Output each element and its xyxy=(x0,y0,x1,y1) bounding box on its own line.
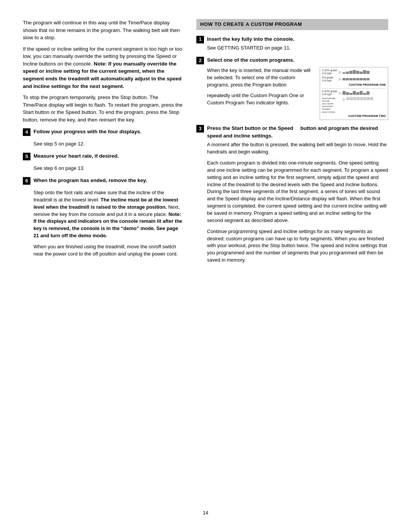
step1-sub: See GETTING STARTED on page 11. xyxy=(207,45,388,52)
diagram-title1: CUSTOM PROGRAM ONE xyxy=(322,83,386,87)
step1-content: Insert the key fully into the console. S… xyxy=(207,35,388,52)
diagram-label3: 0-10% grade2-8 mph xyxy=(322,90,338,96)
bar xyxy=(349,78,352,80)
diagram-bars3 xyxy=(342,91,370,95)
left-para-final: When you are finished using the treadmil… xyxy=(33,243,183,258)
bar xyxy=(342,78,346,80)
step6-title: When the program has ended, remove the k… xyxy=(33,177,147,183)
right-column: HOW TO CREATE A CUSTOM PROGRAM 1 Insert … xyxy=(196,19,388,509)
diagram-title2: CUSTOM PROGRAM TWO xyxy=(322,114,386,118)
step5: 5 Measure your heart rate, if desired. xyxy=(23,152,183,160)
bar xyxy=(350,97,353,100)
step5-sub: See step 6 on page 13. xyxy=(33,165,183,172)
bar xyxy=(366,78,370,80)
bar xyxy=(346,92,349,95)
bar xyxy=(346,97,349,100)
bar xyxy=(356,71,359,74)
step3: 3 Press the Start button or the Speed bu… xyxy=(196,125,388,268)
bar xyxy=(360,91,363,95)
step3-title: Press the Start button or the Speed butt… xyxy=(207,125,378,139)
bar xyxy=(363,93,366,95)
step3-content: Press the Start button or the Speed butt… xyxy=(207,125,388,268)
step6-body: Step onto the foot rails and make sure t… xyxy=(33,189,183,240)
bar xyxy=(349,71,352,74)
diagram-label4: Automaticallyrecordsyour speedand inclin… xyxy=(322,97,342,113)
step1: 1 Insert the key fully into the console.… xyxy=(196,35,388,52)
diagram-bars1 xyxy=(342,70,370,74)
arrow1: ▷ xyxy=(339,70,341,74)
step6: 6 When the program has ended, remove the… xyxy=(23,177,183,185)
step2-inner: When the key is inserted, the manual mod… xyxy=(207,67,388,120)
step2: 2 Select one of the custom programs. Whe… xyxy=(196,56,388,120)
step4: 4 Follow your progress with the four dis… xyxy=(23,128,183,136)
step3-number: 3 xyxy=(196,125,204,133)
page: The program will continue in this way un… xyxy=(0,0,411,532)
section-header: HOW TO CREATE A CUSTOM PROGRAM xyxy=(196,19,388,30)
step4-title: Follow your progress with the four displ… xyxy=(33,129,142,134)
bar xyxy=(363,97,366,100)
bar xyxy=(366,91,370,95)
bar xyxy=(356,92,359,95)
step2-text: When the key is inserted, the manual mod… xyxy=(207,67,315,120)
bar xyxy=(370,97,373,100)
left-para1: The program will continue in this way un… xyxy=(23,19,183,42)
step2-title: Select one of the custom programs. xyxy=(207,57,295,63)
step3-para1: A moment after the button is pressed, th… xyxy=(207,141,388,156)
arrow4: ▷ xyxy=(343,97,345,101)
bar xyxy=(357,97,360,100)
step6-bold1: The in­cline must be at the lowest level… xyxy=(33,197,178,210)
diagram-label1: 0-10% grade2-8 mph xyxy=(322,69,338,75)
arrow3: ▷ xyxy=(339,91,341,95)
diagram-row2: 0% grade2-8 mph ▷ xyxy=(322,76,386,83)
bar xyxy=(367,97,370,100)
step2-number: 2 xyxy=(196,57,204,64)
step1-title: Insert the key fully into the console. xyxy=(207,36,295,42)
bar xyxy=(349,93,352,95)
step5-content: Measure your heart rate, if desired. xyxy=(33,152,183,160)
diagram-label2: 0% grade2-8 mph xyxy=(322,76,338,83)
page-number: 14 xyxy=(203,510,208,517)
bar xyxy=(353,78,356,80)
bar xyxy=(363,78,366,80)
left-para2: If the speed or incline setting for the … xyxy=(23,45,183,90)
bar xyxy=(360,78,363,80)
step2-text1: When the key is inserted, the manual mod… xyxy=(207,67,315,89)
left-column: The program will continue in this way un… xyxy=(23,19,183,509)
bar xyxy=(360,72,363,74)
bar xyxy=(342,72,346,74)
diagram-row3: 0-10% grade2-8 mph ▷ xyxy=(322,90,386,96)
step1-number: 1 xyxy=(196,36,204,43)
step6-number: 6 xyxy=(23,177,30,185)
step4-content: Follow your progress with the four displ… xyxy=(33,128,183,136)
bar xyxy=(342,91,346,95)
bar xyxy=(346,72,349,74)
left-para3: To stop the program temporarily, press t… xyxy=(23,94,183,123)
step5-number: 5 xyxy=(23,153,30,160)
diagram-divider xyxy=(322,88,386,89)
step5-title: Measure your heart rate, if desired. xyxy=(33,153,119,159)
bar xyxy=(353,91,356,95)
step6-note: Note: If the displays and indicators on … xyxy=(33,211,182,239)
bar xyxy=(346,78,349,80)
bar xyxy=(366,71,370,74)
step3-para3: Continue programming speed and incline s… xyxy=(207,228,388,264)
diagram-bars4 xyxy=(346,97,373,100)
diagram-bars2 xyxy=(342,78,370,80)
diagram-row4: Automaticallyrecordsyour speedand inclin… xyxy=(322,97,386,113)
step4-sub: See step 5 on page 12. xyxy=(33,141,183,148)
bar xyxy=(360,97,363,100)
bar xyxy=(353,97,356,100)
bar xyxy=(363,70,366,74)
bar xyxy=(356,78,359,80)
step4-number: 4 xyxy=(23,128,30,136)
step2-content: Select one of the custom programs. When … xyxy=(207,56,388,120)
step6-content: When the program has ended, remove the k… xyxy=(33,177,183,184)
step3-para2: Each custom program is divided into one-… xyxy=(207,160,388,224)
bar xyxy=(353,70,356,74)
diagram-row1: 0-10% grade2-8 mph ▷ xyxy=(322,69,386,75)
custom-program-diagram: 0-10% grade2-8 mph ▷ xyxy=(320,67,388,120)
arrow2: ▷ xyxy=(339,77,341,81)
step2-text2: repeatedly until the Custom Program One … xyxy=(207,92,315,107)
